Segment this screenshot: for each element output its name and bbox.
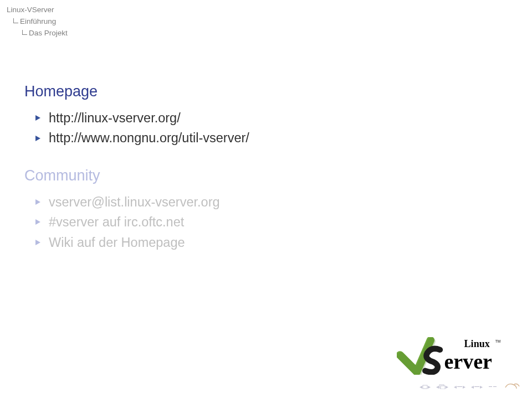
list-item: http://linux-vserver.org/ (24, 108, 507, 128)
logo-text-main: erver (444, 350, 493, 373)
nav-prev-section-icon[interactable]: ◂ ▸ (434, 384, 450, 390)
svg-rect-0 (423, 385, 427, 389)
nav-prev-icon[interactable]: ◂▸ (452, 384, 467, 390)
nav-next-icon[interactable]: ◂▸ (469, 384, 484, 390)
list-item-label: vserver@list.linux-vserver.org (49, 195, 220, 209)
heading-community: Community (24, 167, 507, 184)
breadcrumb-section: Einführung (13, 16, 68, 28)
nav-last-icon[interactable] (487, 386, 499, 387)
list-item-label: Wiki auf der Homepage (49, 235, 185, 250)
bullet-icon (35, 219, 40, 225)
linux-vserver-logo: Linux TM erver (397, 337, 502, 375)
breadcrumb-top: Linux-VServer (7, 4, 68, 16)
tree-connector-icon (13, 18, 18, 23)
list-item: Wiki auf der Homepage (24, 232, 507, 252)
list-community: vserver@list.linux-vserver.org #vserver … (24, 192, 507, 252)
bullet-icon (35, 115, 40, 121)
bullet-icon (35, 240, 40, 245)
list-item-label: #vserver auf irc.oftc.net (49, 215, 184, 229)
beamer-navbar: ◂ ▸ ◂ ▸ ◂▸ ◂▸ (418, 382, 520, 391)
bullet-icon (35, 199, 40, 205)
list-item: #vserver auf irc.oftc.net (24, 212, 507, 232)
svg-rect-2 (441, 386, 445, 389)
list-item: vserver@list.linux-vserver.org (24, 192, 507, 212)
list-homepage: http://linux-vserver.org/ http://www.non… (24, 108, 507, 148)
nav-first-icon[interactable]: ◂ ▸ (418, 384, 432, 390)
tree-connector-icon (22, 30, 27, 35)
list-item: http://www.nongnu.org/util-vserver/ (24, 128, 507, 148)
nav-back-icon[interactable] (504, 382, 520, 391)
breadcrumb-section-label: Einführung (20, 16, 56, 28)
logo-text-top: Linux (464, 338, 490, 349)
breadcrumb-subsection: Das Projekt (22, 28, 68, 39)
slide-content: Homepage http://linux-vserver.org/ http:… (24, 83, 507, 271)
list-item-label: http://linux-vserver.org/ (49, 111, 181, 125)
logo-tm: TM (495, 339, 501, 343)
bullet-icon (35, 136, 40, 141)
breadcrumb-top-label: Linux-VServer (7, 4, 54, 16)
breadcrumb: Linux-VServer Einführung Das Projekt (7, 4, 68, 39)
list-item-label: http://www.nongnu.org/util-vserver/ (49, 131, 249, 145)
breadcrumb-subsection-label: Das Projekt (29, 28, 68, 39)
heading-homepage: Homepage (24, 83, 507, 100)
